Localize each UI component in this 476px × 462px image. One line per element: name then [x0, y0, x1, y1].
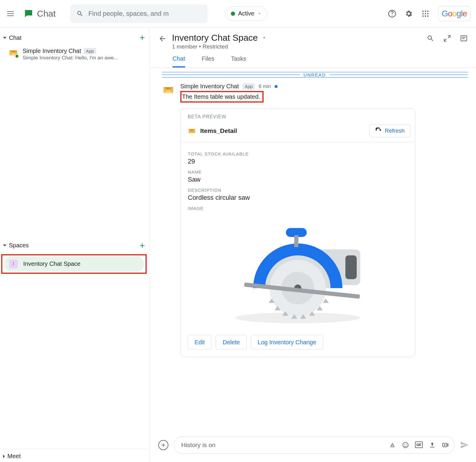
- main-panel: Inventory Chat Space 1 member • Restrict…: [150, 27, 476, 462]
- sidebar-space-item[interactable]: I Inventory Chat Space: [4, 257, 144, 271]
- chevron-down-icon: [3, 244, 7, 246]
- message-row: Simple Inventory Chat App 6 min The Item…: [162, 83, 468, 357]
- chat-item-preview: Simple Inventory Chat: Hello, I'm an awe…: [23, 55, 145, 61]
- package-icon: [188, 127, 196, 135]
- space-item-name: Inventory Chat Space: [23, 260, 80, 267]
- google-logo[interactable]: Google: [438, 6, 471, 21]
- message-text: The Items table was updated.: [182, 93, 260, 100]
- search-in-space-icon[interactable]: [427, 34, 434, 42]
- svg-point-5: [425, 13, 426, 14]
- refresh-label: Refresh: [385, 128, 405, 134]
- chat-logo-icon: [23, 8, 34, 19]
- space-header: Inventory Chat Space 1 member • Restrict…: [150, 27, 476, 50]
- composer-placeholder: History is on: [181, 441, 383, 449]
- add-chat-icon[interactable]: +: [140, 33, 145, 42]
- unread-dot-icon: [275, 85, 278, 88]
- search-icon: [76, 10, 84, 18]
- format-text-icon[interactable]: [389, 441, 396, 449]
- tab-chat[interactable]: Chat: [173, 55, 185, 67]
- chat-logo[interactable]: Chat: [23, 8, 56, 19]
- app-name: Chat: [37, 9, 56, 19]
- delete-button[interactable]: Delete: [216, 335, 247, 350]
- field-label: IMAGE: [188, 206, 408, 211]
- message-avatar: [162, 83, 175, 96]
- apps-grid-icon[interactable]: [421, 10, 430, 18]
- svg-point-34: [404, 444, 405, 445]
- app-badge: App: [84, 48, 96, 54]
- sidebar-section-chat[interactable]: Chat +: [0, 30, 150, 45]
- field-label: NAME: [188, 169, 408, 175]
- chevron-down-icon: [257, 12, 262, 16]
- section-title: Chat: [9, 34, 21, 41]
- svg-point-3: [427, 10, 429, 12]
- main-menu-icon[interactable]: [7, 10, 14, 17]
- help-icon[interactable]: [388, 10, 396, 18]
- svg-point-1: [422, 10, 424, 12]
- svg-point-9: [427, 15, 429, 17]
- field-value: Cordless circular saw: [188, 194, 408, 202]
- highlight-box: The Items table was updated.: [180, 91, 264, 103]
- section-title: Meet: [7, 453, 21, 460]
- unread-divider: UNREAD: [162, 72, 468, 78]
- create-meeting-icon[interactable]: [442, 441, 449, 449]
- unread-label: UNREAD: [303, 72, 326, 77]
- upload-file-icon[interactable]: [429, 441, 436, 449]
- top-bar: Chat Active Google: [0, 0, 476, 27]
- status-label: Active: [238, 10, 254, 17]
- composer-row: + History is on GIF: [150, 431, 476, 462]
- add-space-icon[interactable]: +: [140, 241, 145, 250]
- message-sender: Simple Inventory Chat: [180, 83, 239, 90]
- gif-icon[interactable]: GIF: [415, 441, 423, 448]
- message-composer[interactable]: History is on GIF: [174, 436, 455, 454]
- back-arrow-icon[interactable]: [158, 34, 167, 43]
- log-inventory-change-button[interactable]: Log Inventory Change: [251, 335, 323, 350]
- chat-avatar: [8, 48, 18, 58]
- chevron-down-icon[interactable]: [262, 35, 267, 40]
- svg-rect-18: [345, 255, 357, 279]
- space-tabs: Chat Files Tasks: [150, 50, 476, 68]
- tab-files[interactable]: Files: [202, 55, 214, 67]
- refresh-button[interactable]: Refresh: [369, 124, 410, 137]
- svg-point-33: [403, 442, 408, 448]
- sidebar: Chat + Simple Inventory Chat App Simple …: [0, 27, 150, 462]
- chevron-down-icon: [3, 37, 7, 39]
- add-attachment-icon[interactable]: +: [158, 440, 168, 450]
- svg-point-2: [425, 10, 426, 12]
- svg-point-4: [422, 13, 424, 14]
- send-icon[interactable]: [460, 441, 469, 450]
- thread-panel-icon[interactable]: [460, 34, 468, 42]
- search-box[interactable]: [71, 4, 207, 23]
- sidebar-section-spaces[interactable]: Spaces +: [0, 238, 150, 252]
- card-title: Items_Detail: [200, 127, 365, 134]
- svg-point-7: [422, 15, 424, 17]
- field-label: TOTAL STOCK AVAILABLE: [188, 151, 408, 156]
- sidebar-section-meet[interactable]: Meet: [0, 449, 150, 462]
- svg-rect-32: [294, 235, 298, 247]
- message-time: 6 min: [259, 84, 271, 89]
- status-dot-icon: [231, 12, 235, 16]
- collapse-icon[interactable]: [443, 34, 451, 42]
- emoji-icon[interactable]: [402, 441, 409, 449]
- space-subtitle: 1 member • Restricted: [172, 43, 421, 50]
- field-value: 29: [188, 158, 408, 165]
- settings-gear-icon[interactable]: [405, 10, 413, 18]
- tab-tasks[interactable]: Tasks: [231, 55, 246, 67]
- chevron-right-icon: [3, 455, 5, 458]
- space-title: Inventory Chat Space: [172, 33, 258, 43]
- edit-button[interactable]: Edit: [188, 335, 212, 350]
- space-avatar: I: [9, 260, 18, 268]
- app-card: BETA PREVIEW Items_Detail Refresh TOTAL …: [180, 109, 415, 357]
- presence-dot-icon: [15, 54, 19, 58]
- section-title: Spaces: [9, 242, 29, 249]
- field-value: Saw: [188, 176, 408, 183]
- svg-point-8: [425, 15, 426, 17]
- highlight-box: I Inventory Chat Space: [1, 254, 147, 274]
- presence-status-chip[interactable]: Active: [225, 7, 267, 21]
- svg-point-35: [406, 444, 407, 445]
- field-label: DESCRIPTION: [188, 188, 408, 193]
- search-input[interactable]: [88, 10, 201, 18]
- app-badge: App: [242, 83, 255, 89]
- chat-item[interactable]: Simple Inventory Chat App Simple Invento…: [0, 45, 150, 64]
- card-image: [188, 214, 408, 327]
- refresh-icon: [375, 128, 382, 134]
